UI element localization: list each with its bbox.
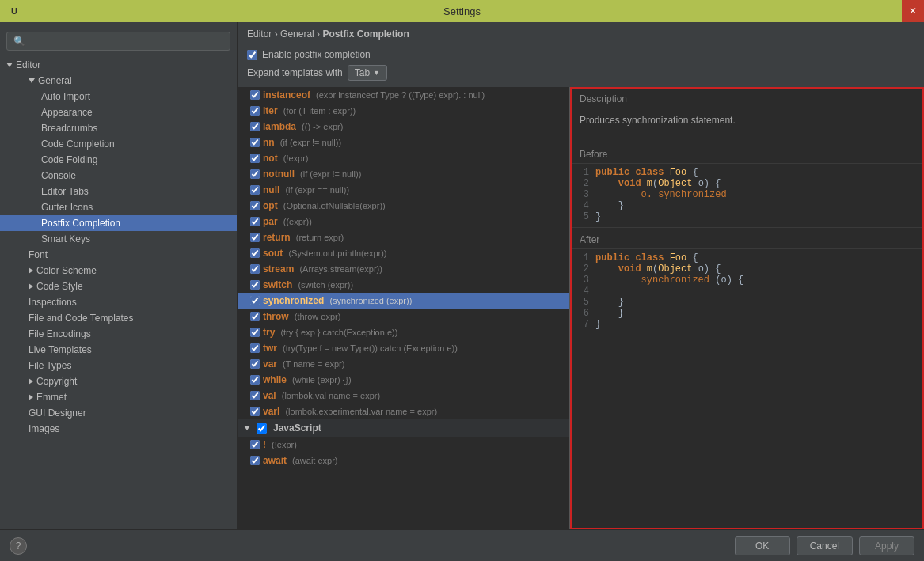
item-checkbox[interactable] — [250, 280, 260, 290]
item-desc: (try { exp } catch(Exception e)) — [278, 328, 397, 337]
sidebar-item-gutter-icons[interactable]: Gutter Icons — [0, 199, 237, 215]
sidebar-item-font[interactable]: Font — [0, 247, 237, 263]
sync-keyword: o. — [641, 189, 652, 200]
item-checkbox[interactable] — [250, 312, 260, 321]
item-checkbox[interactable] — [250, 391, 260, 400]
item-checkbox[interactable] — [250, 456, 260, 465]
list-item[interactable]: iter (for (T item : expr)) — [238, 103, 569, 119]
sidebar-item-general[interactable]: General — [0, 73, 237, 89]
sidebar-item-label: File Encodings — [29, 328, 222, 339]
sidebar-item-color-scheme[interactable]: Color Scheme — [0, 263, 237, 279]
sidebar-item-file-encodings[interactable]: File Encodings ⚙ — [0, 326, 237, 342]
apply-button[interactable]: Apply — [859, 536, 914, 555]
after-code: 1public class Foo { 2 void m(Object o) {… — [572, 249, 922, 333]
sidebar-item-gui-designer[interactable]: GUI Designer — [0, 405, 237, 421]
sidebar-item-postfix-completion[interactable]: Postfix Completion — [0, 215, 237, 231]
list-item[interactable]: ! (!expr) — [238, 437, 569, 453]
sidebar-item-console[interactable]: Console — [0, 168, 237, 184]
code-text: } — [595, 297, 624, 308]
list-item[interactable]: return (return expr) — [238, 229, 569, 245]
item-checkbox[interactable] — [250, 440, 260, 449]
sidebar-item-copyright[interactable]: Copyright ⚙ — [0, 373, 237, 389]
item-key: notnull — [263, 169, 295, 180]
list-item[interactable]: sout (System.out.println(expr)) — [238, 245, 569, 261]
list-item[interactable]: throw (throw expr) — [238, 309, 569, 324]
item-checkbox[interactable] — [250, 359, 260, 369]
list-item[interactable]: twr (try(Type f = new Type()) catch (Exc… — [238, 340, 569, 356]
close-button[interactable]: ✕ — [902, 0, 924, 22]
js-section-checkbox[interactable] — [257, 423, 267, 434]
tab-dropdown[interactable]: Tab ▼ — [348, 65, 387, 81]
item-checkbox[interactable] — [250, 154, 260, 163]
sidebar-item-code-completion[interactable]: Code Completion — [0, 136, 237, 152]
sidebar-item-live-templates[interactable]: Live Templates — [0, 342, 237, 358]
item-checkbox[interactable] — [250, 407, 260, 416]
breadcrumb-general[interactable]: General — [280, 28, 314, 40]
list-item[interactable]: lambda (() -> expr) — [238, 119, 569, 135]
item-checkbox[interactable] — [250, 375, 260, 385]
sidebar-item-images[interactable]: Images — [0, 421, 237, 437]
item-checkbox[interactable] — [250, 106, 260, 116]
help-button[interactable]: ? — [10, 537, 27, 555]
enable-postfix-checkbox[interactable] — [247, 50, 257, 60]
item-checkbox[interactable] — [250, 90, 260, 100]
sidebar-item-appearance[interactable]: Appearance — [0, 104, 237, 120]
item-checkbox[interactable] — [250, 264, 260, 274]
list-item-synchronized[interactable]: synchronized (synchronized (expr)) — [238, 293, 569, 309]
sidebar-item-file-types[interactable]: File Types — [0, 358, 237, 373]
item-desc: (lombok.val name = expr) — [279, 391, 380, 400]
item-checkbox[interactable] — [250, 328, 260, 337]
expand-icon — [29, 78, 35, 83]
item-checkbox[interactable] — [250, 343, 260, 353]
sidebar-item-label: Console — [41, 170, 230, 181]
sidebar-item-emmet[interactable]: Emmet — [0, 389, 237, 405]
template-list: instanceof (expr instanceof Type ? ((Typ… — [238, 87, 570, 529]
list-item[interactable]: varl (lombok.experimental.var name = exp… — [238, 404, 569, 419]
list-item[interactable]: stream (Arrays.stream(expr)) — [238, 261, 569, 277]
list-item[interactable]: val (lombok.val name = expr) — [238, 388, 569, 404]
list-item[interactable]: var (T name = expr) — [238, 356, 569, 372]
list-item[interactable]: not (!expr) — [238, 150, 569, 166]
sidebar-item-editor[interactable]: Editor — [0, 57, 237, 73]
item-checkbox[interactable] — [250, 122, 260, 131]
list-item[interactable]: try (try { exp } catch(Exception e)) — [238, 324, 569, 340]
item-checkbox[interactable] — [250, 169, 260, 179]
sidebar-item-smart-keys[interactable]: Smart Keys — [0, 231, 237, 247]
sidebar-item-editor-tabs[interactable]: Editor Tabs — [0, 184, 237, 199]
list-item[interactable]: nn (if (expr != null)) — [238, 135, 569, 150]
item-checkbox[interactable] — [250, 248, 260, 258]
split-content: instanceof (expr instanceof Type ? ((Typ… — [238, 87, 924, 529]
enable-postfix-label: Enable postfix completion — [262, 49, 371, 60]
item-checkbox[interactable] — [250, 201, 260, 210]
list-item[interactable]: await (await expr) — [238, 453, 569, 468]
sidebar-item-inspections[interactable]: Inspections — [0, 294, 237, 310]
item-key: sout — [263, 248, 283, 259]
list-item[interactable]: null (if (expr == null)) — [238, 182, 569, 198]
item-checkbox[interactable] — [250, 217, 260, 226]
sidebar-item-breadcrumbs[interactable]: Breadcrumbs — [0, 120, 237, 136]
list-item[interactable]: instanceof (expr instanceof Type ? ((Typ… — [238, 87, 569, 103]
keyword: void — [618, 263, 647, 275]
method-name: m — [647, 178, 652, 189]
item-checkbox[interactable] — [250, 296, 260, 305]
list-item[interactable]: switch (switch (expr)) — [238, 277, 569, 293]
sidebar-item-code-style[interactable]: Code Style — [0, 279, 237, 294]
window-title: Settings — [443, 6, 481, 17]
item-checkbox[interactable] — [250, 185, 260, 195]
breadcrumb-editor[interactable]: Editor — [247, 28, 272, 40]
item-key: synchronized — [263, 295, 324, 306]
list-item[interactable]: notnull (if (expr != null)) — [238, 166, 569, 182]
list-item[interactable]: opt (Optional.ofNullable(expr)) — [238, 198, 569, 214]
item-checkbox[interactable] — [250, 233, 260, 242]
ok-button[interactable]: OK — [735, 536, 790, 555]
keyword: public — [595, 252, 635, 263]
cancel-button[interactable]: Cancel — [797, 536, 853, 555]
sidebar-item-file-code-templates[interactable]: File and Code Templates ⚙ — [0, 310, 237, 326]
item-checkbox[interactable] — [250, 138, 260, 147]
search-input[interactable] — [6, 32, 230, 51]
sidebar-item-auto-import[interactable]: Auto Import ⚙ — [0, 89, 237, 104]
sidebar-item-code-folding[interactable]: Code Folding — [0, 152, 237, 168]
keyword: class — [635, 252, 669, 263]
list-item[interactable]: while (while (expr) {}) — [238, 372, 569, 388]
list-item[interactable]: par ((expr)) — [238, 214, 569, 229]
